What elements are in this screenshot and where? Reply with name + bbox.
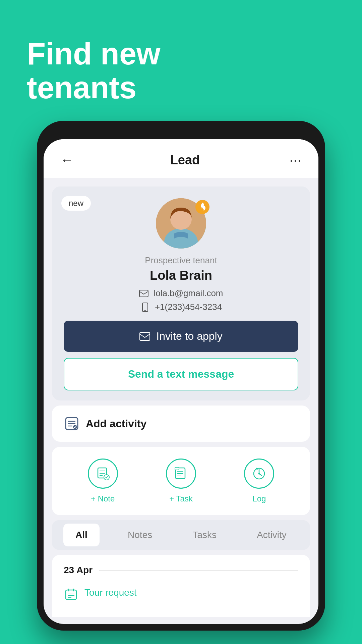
- tab-all[interactable]: All: [63, 524, 100, 546]
- svg-rect-6: [140, 332, 150, 340]
- task-icon: [174, 467, 188, 481]
- email-row: lola.b@gmail.com: [139, 288, 223, 299]
- log-icon: [252, 467, 266, 481]
- phone-row: +1(233)454-3234: [140, 302, 222, 312]
- tabs-section: All Notes Tasks Activity: [52, 520, 310, 550]
- note-label: + Note: [91, 494, 115, 503]
- timeline-item: Tour request: [64, 582, 298, 607]
- page-title: Lead: [170, 153, 200, 167]
- avatar-container: [64, 198, 298, 249]
- email-value: lola.b@gmail.com: [154, 288, 223, 299]
- date-divider: [99, 570, 298, 571]
- log-label: Log: [252, 494, 266, 503]
- tab-notes[interactable]: Notes: [116, 524, 164, 546]
- activity-section: Add activity: [52, 406, 310, 442]
- timeline-section: 23 Apr Tour request: [52, 555, 310, 617]
- invite-to-apply-button[interactable]: Invite to apply: [64, 321, 298, 352]
- text-button-label: Send a text message: [128, 368, 234, 380]
- email-icon: [139, 288, 149, 299]
- task-label: + Task: [169, 494, 193, 503]
- note-icon: [96, 467, 110, 481]
- invite-button-label: Invite to apply: [156, 330, 222, 342]
- tour-request-icon: [64, 587, 78, 602]
- activity-title: Add activity: [86, 418, 146, 430]
- timeline-date: 23 Apr: [64, 565, 298, 576]
- phone-screen: ← Lead ··· new: [44, 139, 318, 624]
- envelope-icon: [139, 332, 150, 341]
- hero-title: Find new tenants: [27, 37, 261, 105]
- profile-card: new: [52, 186, 310, 400]
- fire-badge: [195, 200, 209, 214]
- phone-icon: [140, 302, 150, 312]
- screen-header: ← Lead ···: [44, 139, 318, 178]
- note-circle: [88, 459, 118, 489]
- svg-rect-21: [175, 467, 179, 470]
- svg-rect-5: [144, 310, 146, 311]
- back-button[interactable]: ←: [60, 153, 80, 168]
- activity-header: Add activity: [64, 416, 298, 432]
- more-menu-button[interactable]: ···: [290, 153, 302, 167]
- add-log-button[interactable]: Log: [244, 459, 274, 503]
- tenant-role-label: Prospective tenant: [64, 255, 298, 266]
- task-circle: [166, 459, 196, 489]
- send-text-button[interactable]: Send a text message: [64, 358, 298, 390]
- svg-point-26: [258, 473, 260, 475]
- date-label: 23 Apr: [64, 565, 93, 576]
- tab-activity[interactable]: Activity: [245, 524, 299, 546]
- tour-request-label: Tour request: [84, 587, 137, 598]
- tenant-name: Lola Brain: [64, 268, 298, 283]
- add-task-button[interactable]: + Task: [166, 459, 196, 503]
- contact-info: lola.b@gmail.com +1(233)454-3234: [64, 288, 298, 312]
- svg-rect-3: [139, 290, 148, 297]
- fire-icon: [199, 203, 206, 211]
- activity-icon: [64, 416, 80, 432]
- log-circle: [244, 459, 274, 489]
- add-note-button[interactable]: + Note: [88, 459, 118, 503]
- tab-tasks[interactable]: Tasks: [180, 524, 229, 546]
- action-section: + Note + Task: [52, 447, 310, 515]
- phone-value: +1(233)454-3234: [155, 302, 222, 312]
- phone-frame: ← Lead ··· new: [37, 121, 325, 631]
